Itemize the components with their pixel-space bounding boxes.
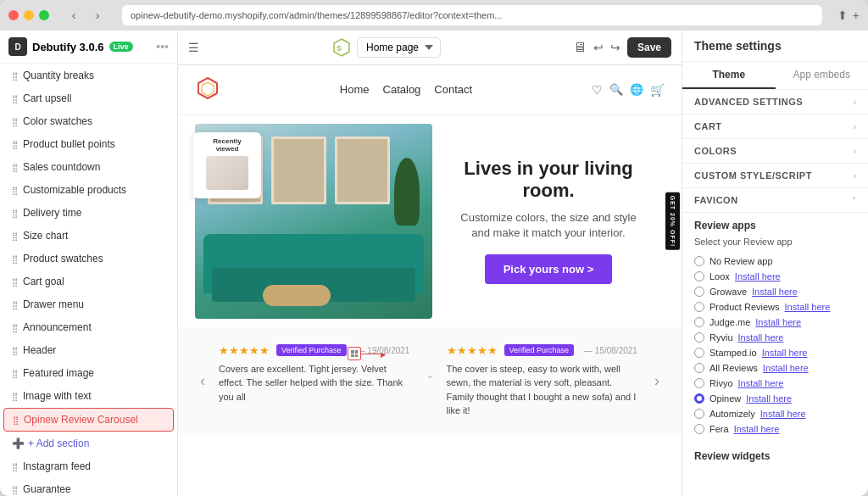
settings-row-custom-style[interactable]: CUSTOM STYLE/SCRIPT › [682, 164, 868, 187]
sidebar-item-announcement[interactable]: ⣿ Announcement [3, 316, 174, 338]
fera-install-link[interactable]: Install here [734, 424, 780, 434]
sidebar-item-label: Customizable products [23, 184, 126, 196]
sidebar-item-size-chart[interactable]: ⣿ Size chart [3, 225, 174, 247]
sidebar-item-cart-upsell[interactable]: ⣿ Cart upsell [3, 87, 174, 109]
sidebar-item-color-swatches[interactable]: ⣿ Color swatches [3, 110, 174, 132]
settings-cart: CART › [682, 114, 868, 139]
radio-circle [694, 424, 704, 434]
radio-stampedio[interactable]: Stamped.io Install here [694, 345, 856, 360]
radio-rivyo[interactable]: Rivyo Install here [694, 376, 856, 391]
traffic-lights [8, 10, 49, 20]
next-review-button[interactable]: › [649, 336, 665, 426]
sidebar-item-customizable[interactable]: ⣿ Customizable products [3, 179, 174, 201]
judgeme-install-link[interactable]: Install here [755, 317, 801, 327]
automizely-install-link[interactable]: Install here [760, 409, 806, 419]
share-icon[interactable]: ⬆ [837, 8, 848, 22]
radio-judgeme[interactable]: Judge.me Install here [694, 315, 856, 330]
settings-row-colors[interactable]: COLORS › [682, 139, 868, 163]
nav-catalog[interactable]: Catalog [383, 83, 421, 96]
maximize-button[interactable] [39, 10, 49, 20]
sidebar-toggle-icon[interactable]: ☰ [188, 41, 199, 54]
discount-badge[interactable]: GET 20% OFF! [665, 192, 680, 250]
opinew-install-link[interactable]: Install here [746, 393, 792, 404]
ryviu-install-link[interactable]: Install here [738, 332, 784, 343]
settings-row-cart[interactable]: CART › [682, 114, 868, 138]
radio-opinew[interactable]: Opinew Install here [694, 391, 856, 406]
toolbar-left: ☰ [188, 41, 199, 54]
sidebar-item-guarantee[interactable]: ⣿ Guarantee [3, 478, 174, 496]
nav-home[interactable]: Home [340, 83, 370, 96]
review-card-1: ★★★★★ Verified Purchase — 19/08/2021 Cov… [210, 336, 422, 426]
browser-nav: ‹ › [64, 6, 107, 25]
search-icon[interactable]: 🔍 [609, 83, 623, 96]
sidebar-item-image-with-text[interactable]: ⣿ Image with text [3, 385, 174, 407]
stampedio-install-link[interactable]: Install here [762, 348, 808, 358]
redo-button[interactable]: ↪ [610, 41, 620, 54]
radio-growave[interactable]: Growave Install here [694, 284, 856, 299]
add-section-button[interactable]: ➕ + Add section [0, 432, 177, 454]
minimize-button[interactable] [24, 10, 34, 20]
sidebar-item-label: Color swatches [23, 115, 92, 127]
sidebar-item-label: Drawer menu [23, 298, 84, 310]
sidebar-item-product-swatches[interactable]: ⣿ Product swatches [3, 248, 174, 270]
more-icon[interactable]: ••• [156, 40, 169, 53]
radio-fera[interactable]: Fera Install here [694, 421, 856, 437]
sidebar-item-opinew-carousel[interactable]: ⣿ Opinew Review Carousel [3, 408, 174, 432]
prev-review-button[interactable]: ‹ [195, 336, 210, 426]
svg-marker-2 [198, 78, 217, 98]
settings-label-cart: CART [694, 121, 722, 131]
sidebar-item-product-bullet[interactable]: ⣿ Product bullet points [3, 133, 174, 155]
wishlist-icon[interactable]: ♡ [592, 83, 603, 97]
sidebar-item-quantity-breaks[interactable]: ⣿ Quantity breaks [3, 64, 174, 86]
store-preview: Home Catalog Contact ♡ 🔍 🌐 🛒 [178, 65, 682, 496]
sidebar-item-label: Cart upsell [23, 92, 71, 104]
all-reviews-install-link[interactable]: Install here [763, 363, 809, 373]
radio-ryviu[interactable]: Ryviu Install here [694, 330, 856, 345]
settings-colors: COLORS › [682, 139, 868, 164]
undo-button[interactable]: ↩ [593, 41, 604, 54]
settings-row-favicon[interactable]: FAVICON ˅ [682, 188, 868, 212]
forward-button[interactable]: › [88, 6, 107, 25]
monitor-icon[interactable]: 🖥 [573, 40, 587, 55]
rivyo-install-link[interactable]: Install here [738, 378, 784, 388]
settings-row-advanced[interactable]: ADVANCED SETTINGS › [682, 90, 868, 114]
sidebar-item-sales-countdown[interactable]: ⣿ Sales countdown [3, 156, 174, 178]
radio-all-reviews[interactable]: All Reviews Install here [694, 360, 856, 376]
product-reviews-install-link[interactable]: Install here [785, 302, 831, 312]
radio-no-review[interactable]: No Review app [694, 254, 856, 269]
save-button[interactable]: Save [627, 37, 671, 58]
panel-tabs: Theme App embeds [682, 62, 868, 90]
address-bar[interactable]: opinew-debutify-demo.myshopify.com/admin… [122, 5, 822, 25]
radio-automizely[interactable]: Automizely Install here [694, 406, 856, 421]
radio-label: Product Reviews [709, 302, 780, 312]
hero-title: Lives in your living room. [458, 158, 639, 202]
settings-label-advanced: ADVANCED SETTINGS [694, 97, 803, 107]
chevron-right-icon-3: › [854, 147, 856, 156]
page-select[interactable]: Home page [357, 37, 441, 58]
loox-install-link[interactable]: Install here [735, 271, 781, 281]
add-tab-icon[interactable]: + [853, 8, 860, 22]
review-apps-section: Review apps Select your Review app No Re… [682, 213, 868, 443]
back-button[interactable]: ‹ [64, 6, 83, 25]
hero-cta-button[interactable]: Pick yours now > [485, 254, 613, 284]
growave-install-link[interactable]: Install here [752, 287, 798, 297]
sidebar-item-instagram[interactable]: ⣿ Instagram feed [3, 455, 174, 477]
cart-icon[interactable]: 🛒 [650, 83, 665, 97]
sidebar-item-header[interactable]: ⣿ Header [3, 339, 174, 361]
sidebar-item-drawer-menu[interactable]: ⣿ Drawer menu [3, 293, 174, 315]
sidebar-item-cart-goal[interactable]: ⣿ Cart goal [3, 270, 174, 293]
close-button[interactable] [8, 10, 19, 20]
sidebar-item-featured-image[interactable]: ⣿ Featured image [3, 362, 174, 384]
tab-app-embeds[interactable]: App embeds [776, 62, 869, 89]
scroll-up-icon[interactable]: ˄ [422, 336, 438, 426]
sidebar-item-label: Announcement [23, 321, 92, 333]
globe-icon[interactable]: 🌐 [630, 83, 643, 96]
nav-contact[interactable]: Contact [434, 83, 472, 96]
sidebar-item-delivery-time[interactable]: ⣿ Delivery time [3, 202, 174, 224]
radio-label: Judge.me [709, 317, 750, 327]
tab-theme[interactable]: Theme [682, 62, 776, 89]
carousel-handle-icon[interactable] [348, 347, 361, 360]
radio-product-reviews[interactable]: Product Reviews Install here [694, 299, 856, 315]
radio-loox[interactable]: Loox Install here [694, 269, 856, 284]
sidebar-item-label: Featured image [23, 367, 94, 379]
